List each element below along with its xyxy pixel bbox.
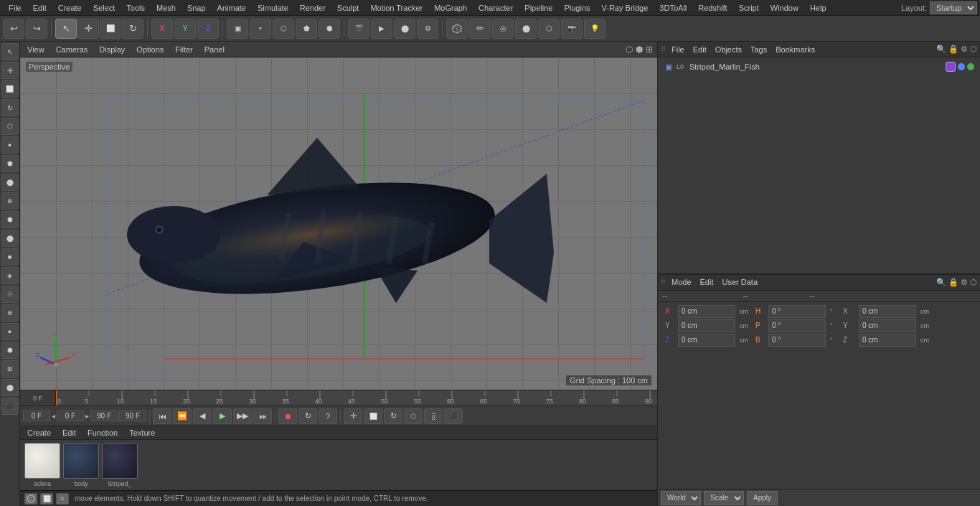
spline-button[interactable]: ◎ — [492, 19, 514, 39]
menu-edit[interactable]: Edit — [27, 2, 52, 14]
mat-function-btn[interactable]: Function — [85, 428, 121, 438]
tool-knife[interactable]: ⬟ — [1, 155, 19, 172]
statusbar-icon-1[interactable]: C — [24, 493, 37, 505]
model-mode-button[interactable]: ▣ — [227, 19, 248, 39]
tool-move[interactable]: ✛ — [1, 62, 19, 79]
attr-edit-btn[interactable]: Edit — [697, 277, 717, 287]
tool-rotate[interactable]: ↻ — [1, 99, 19, 116]
menu-render[interactable]: Render — [294, 2, 331, 14]
render-settings-button[interactable]: ⚙ — [417, 19, 438, 39]
frame-start-field[interactable] — [23, 411, 50, 421]
tool-grab[interactable]: ⊞ — [1, 360, 19, 378]
material-item-sclera[interactable]: sclera — [24, 443, 60, 487]
tool-magnet[interactable]: ⊕ — [1, 192, 19, 210]
vp-arrows-icon[interactable]: ⬢ — [636, 44, 643, 55]
attr-expand-icon[interactable]: ⬡ — [970, 278, 977, 287]
obj-edit-btn[interactable]: Edit — [690, 44, 710, 55]
key-move-button[interactable]: ✛ — [344, 408, 362, 424]
scale-select[interactable]: Scale — [704, 491, 744, 505]
menu-motion-tracker[interactable]: Motion Tracker — [364, 2, 428, 14]
key-scale-button[interactable]: ⬜ — [364, 408, 382, 424]
obj-expand-icon[interactable]: ⬡ — [970, 44, 977, 54]
vp-maximize-icon[interactable]: ⬡ — [626, 44, 633, 55]
tool-brush[interactable]: ⬢ — [1, 342, 19, 359]
vp-lock-icon[interactable]: ⊞ — [646, 44, 653, 55]
polygon-mode-button[interactable]: ⬟ — [296, 19, 317, 39]
object-visibility-dot-2[interactable] — [967, 63, 974, 70]
attr-userdata-btn[interactable]: User Data — [720, 277, 761, 287]
obj-settings-icon[interactable]: ⚙ — [961, 44, 968, 54]
material-item-striped[interactable]: Striped_ — [102, 443, 138, 487]
tool-bridge[interactable]: ⬢ — [1, 211, 19, 228]
menu-script[interactable]: Script — [733, 2, 765, 14]
coord-y-input[interactable] — [678, 319, 735, 332]
scale-tool-button[interactable]: ⬜ — [100, 19, 121, 39]
obj-objects-btn[interactable]: Objects — [712, 44, 745, 55]
uvw-mode-button[interactable]: ⬢ — [319, 19, 340, 39]
render-view-button[interactable]: 🎬 — [348, 19, 369, 39]
select-tool-button[interactable]: ↖ — [55, 19, 77, 39]
tool-loop[interactable]: ◈ — [1, 267, 19, 284]
filter-menu[interactable]: Filter — [172, 44, 195, 55]
tool-slide[interactable]: ● — [1, 323, 19, 340]
coord-sz-input[interactable] — [859, 334, 916, 347]
tool-scale[interactable]: ⬜ — [1, 80, 19, 98]
tool-ring[interactable]: ☉ — [1, 286, 19, 303]
coord-x-input[interactable] — [678, 305, 735, 318]
prev-frame-button[interactable]: ⏪ — [173, 408, 192, 424]
layout-select[interactable]: Startup — [930, 1, 977, 14]
attr-mode-btn[interactable]: Mode — [669, 277, 694, 287]
cube-button[interactable] — [446, 19, 468, 39]
tool-fill[interactable]: ■ — [1, 248, 19, 266]
mat-texture-btn[interactable]: Texture — [126, 428, 158, 438]
key-all-button[interactable]: ⣿ — [424, 408, 443, 424]
menu-sculpt[interactable]: Sculpt — [331, 2, 365, 14]
play-back-button[interactable]: ◀ — [193, 408, 212, 424]
tool-paint[interactable]: ● — [1, 136, 19, 154]
mat-create-btn[interactable]: Create — [24, 428, 54, 438]
point-mode-button[interactable]: • — [250, 19, 271, 39]
object-tag-purple[interactable] — [946, 62, 956, 72]
goto-start-button[interactable]: ⏮ — [153, 408, 171, 424]
coord-h-input[interactable] — [768, 305, 826, 318]
apply-button[interactable]: Apply — [747, 491, 778, 505]
goto-end-button[interactable]: ⏭ — [253, 408, 272, 424]
timeline-ruler-area[interactable]: 0 5 10 15 20 25 30 35 40 — [56, 390, 657, 406]
view-menu[interactable]: View — [24, 44, 47, 55]
material-item-body[interactable]: body — [63, 443, 99, 487]
obj-lock-icon[interactable]: 🔒 — [948, 44, 958, 54]
tool-smooth[interactable]: ⬤ — [1, 379, 19, 396]
panel-menu[interactable]: Panel — [202, 44, 227, 55]
menu-3dtoall[interactable]: 3DToAll — [654, 2, 692, 14]
tool-mirror[interactable]: ⬤ — [1, 174, 19, 191]
loop-button[interactable]: ↻ — [298, 408, 317, 424]
menu-create[interactable]: Create — [52, 2, 88, 14]
tool-stitch[interactable]: ⬤ — [1, 230, 19, 247]
attr-search-icon[interactable]: 🔍 — [936, 278, 946, 287]
auto-key-button[interactable]: ⬛ — [444, 408, 463, 424]
menu-tools[interactable]: Tools — [121, 2, 151, 14]
pen-button[interactable]: ✏ — [469, 19, 491, 39]
obj-search-icon[interactable]: 🔍 — [936, 44, 946, 54]
menu-file[interactable]: File — [3, 2, 27, 14]
statusbar-icon-2[interactable]: ⬜ — [40, 493, 53, 505]
viewport[interactable]: Perspective — [20, 57, 657, 390]
mat-edit-btn[interactable]: Edit — [60, 428, 79, 438]
obj-file-btn[interactable]: File — [669, 44, 687, 55]
render-button[interactable]: ▶ — [371, 19, 392, 39]
axis-x-button[interactable]: X — [151, 19, 173, 39]
render-region-button[interactable]: ⬤ — [394, 19, 415, 39]
move-tool-button[interactable]: ✛ — [77, 19, 99, 39]
frame-end-field[interactable] — [90, 411, 118, 421]
display-menu[interactable]: Display — [96, 44, 128, 55]
tool-flatten[interactable]: ⬛ — [1, 398, 19, 415]
camera-button[interactable]: 📷 — [561, 19, 583, 39]
menu-mograph[interactable]: MoGraph — [428, 2, 473, 14]
object-row-marlin[interactable]: ▣ L0 Striped_Marlin_Fish — [661, 60, 977, 73]
play-forward-button[interactable]: ▶▶ — [233, 408, 252, 424]
record-button[interactable]: ⏺ — [278, 408, 297, 424]
tool-poly[interactable]: ⬡ — [1, 118, 19, 135]
menu-vray[interactable]: V-Ray Bridge — [596, 2, 654, 14]
obj-bookmarks-btn[interactable]: Bookmarks — [773, 44, 818, 55]
menu-snap[interactable]: Snap — [182, 2, 212, 14]
